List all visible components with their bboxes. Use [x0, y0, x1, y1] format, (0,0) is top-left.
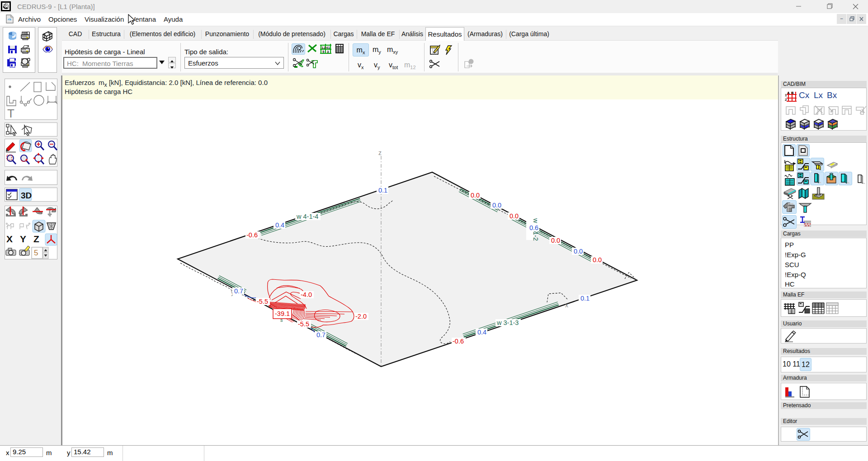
svg-text:12: 12 [321, 46, 326, 50]
svg-text:w: w [532, 218, 539, 223]
svg-text:T: T [7, 107, 14, 120]
svg-text:0.0: 0.0 [492, 202, 501, 209]
svg-text:-0.6: -0.6 [246, 231, 258, 239]
svg-text:Z: Z [33, 234, 39, 244]
svg-text:5: 5 [34, 249, 38, 257]
svg-text:0.4: 0.4 [477, 329, 486, 336]
svg-text:x: x [565, 301, 568, 309]
svg-text:3D: 3D [21, 191, 32, 200]
svg-text:z: z [378, 149, 382, 156]
svg-text:5: 5 [322, 50, 325, 54]
svg-text:0.6: 0.6 [529, 224, 538, 231]
svg-text:0.7: 0.7 [234, 287, 243, 295]
svg-text:0.1: 0.1 [580, 295, 590, 302]
svg-text:w 3-1-3: w 3-1-3 [496, 319, 519, 326]
svg-text:-5.5: -5.5 [298, 320, 309, 328]
svg-text:-2.0: -2.0 [355, 313, 367, 320]
svg-text:0.0: 0.0 [509, 212, 519, 220]
svg-text:2: 2 [785, 98, 787, 102]
svg-text:-5.5: -5.5 [257, 298, 268, 305]
svg-text:0.0: 0.0 [593, 256, 602, 263]
svg-text:0.0: 0.0 [551, 237, 560, 244]
svg-text:0.0: 0.0 [574, 248, 583, 255]
svg-text:X: X [6, 234, 13, 244]
svg-text:Y: Y [20, 234, 26, 244]
svg-text:1-2: 1-2 [532, 231, 539, 241]
svg-text:1: 1 [785, 93, 787, 97]
svg-text:0.0: 0.0 [471, 192, 480, 199]
svg-text:-4.0: -4.0 [301, 291, 312, 298]
svg-text:B: B [791, 91, 794, 95]
svg-text:41: 41 [326, 46, 330, 50]
svg-text:-39.1: -39.1 [275, 310, 290, 317]
svg-text:A: A [787, 91, 790, 95]
svg-text:-0.6: -0.6 [453, 338, 464, 345]
svg-text:w 4-1-4: w 4-1-4 [296, 213, 318, 220]
svg-text:0.7: 0.7 [316, 331, 326, 339]
svg-text:0.4: 0.4 [275, 221, 284, 229]
svg-text:0.1: 0.1 [378, 187, 387, 194]
svg-text:3: 3 [327, 50, 329, 54]
